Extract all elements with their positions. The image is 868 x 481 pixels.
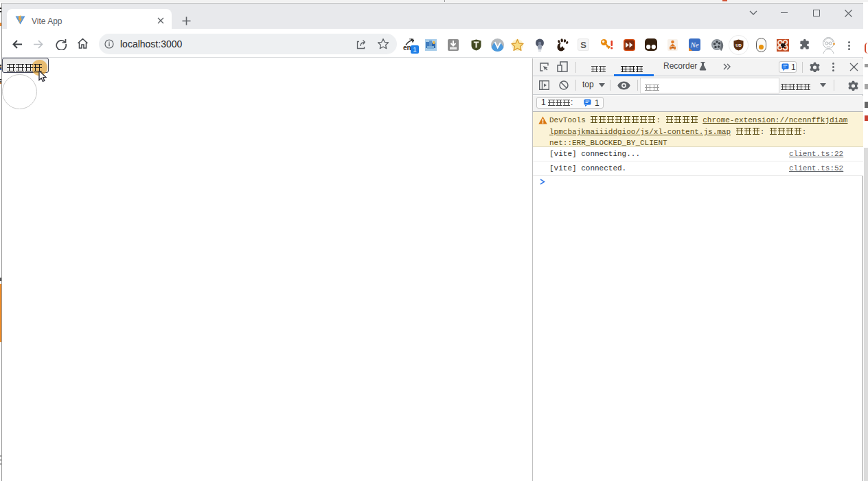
svg-text:UD: UD <box>735 43 742 47</box>
svg-text:Ne: Ne <box>689 41 698 49</box>
svg-text:S: S <box>580 40 586 50</box>
